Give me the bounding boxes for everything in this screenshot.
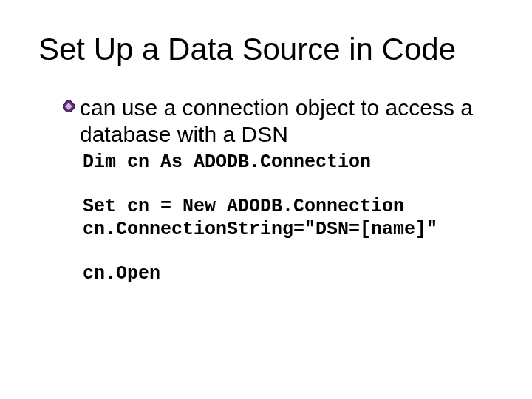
slide-title: Set Up a Data Source in Code [38,33,494,66]
code-line: Dim cn As ADODB.Connection [83,151,494,174]
code-line: cn.ConnectionString="DSN=[name]" [83,219,494,242]
bullet-text: can use a connection object to access a … [80,95,494,147]
bullet-item: can use a connection object to access a … [64,95,494,147]
code-line: Set cn = New ADODB.Connection [83,196,494,219]
slide: Set Up a Data Source in Code can use a c… [0,0,532,399]
code-blank-line [83,241,494,263]
diamond-bullet-icon [63,100,75,112]
code-block: Dim cn As ADODB.Connection Set cn = New … [83,151,494,286]
code-blank-line [83,174,494,196]
code-line: cn.Open [83,263,494,286]
slide-body: can use a connection object to access a … [38,95,494,286]
